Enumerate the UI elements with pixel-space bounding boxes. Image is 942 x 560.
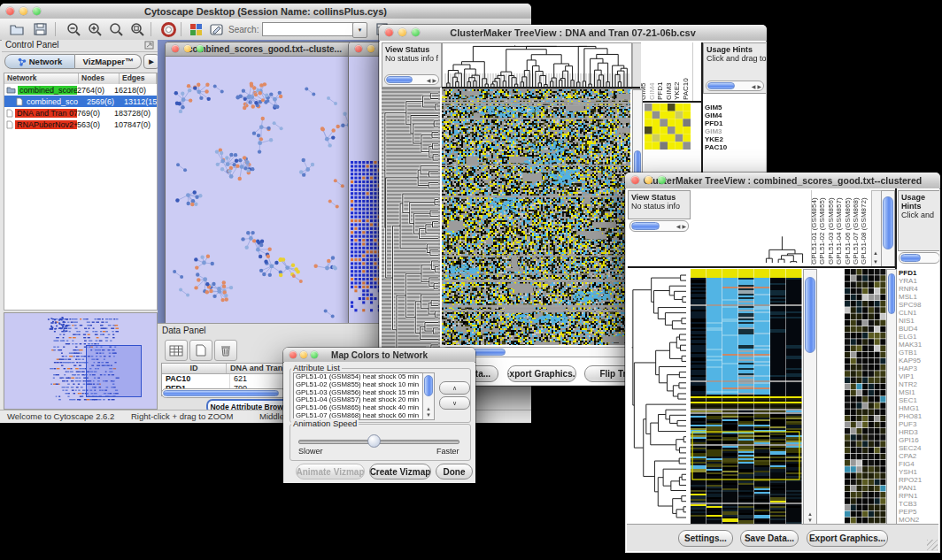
minimize-button[interactable]	[367, 45, 374, 52]
network-view-window: combined_scores_good.txt--cluste...	[165, 42, 365, 323]
close-button[interactable]	[385, 28, 393, 36]
minimize-button[interactable]	[645, 176, 652, 184]
document-icon	[16, 97, 23, 106]
heatmap-vscrollbar[interactable]: ▲▼	[803, 269, 817, 525]
save-data-button[interactable]: Save Data...	[740, 530, 799, 547]
scroll-left-icon[interactable]: ◀	[752, 83, 756, 89]
resize-grip[interactable]	[927, 540, 938, 550]
treeview1-titlebar[interactable]: ClusterMaker TreeView : DNA and Tran 07-…	[379, 25, 767, 42]
column-header-id[interactable]: ID	[162, 364, 227, 373]
zoom-button[interactable]	[658, 176, 666, 184]
attribute-list-vscrollbar[interactable]: ▲▼	[422, 372, 435, 420]
zoom-button[interactable]	[197, 45, 204, 52]
network-tree-row[interactable]: RNAPuberNov2+ 563(0) 107847(0)	[4, 119, 157, 130]
settings-button[interactable]: Settings...	[678, 530, 733, 547]
close-button[interactable]	[172, 45, 179, 52]
export-graphics-button[interactable]: Export Graphics...	[507, 365, 576, 382]
vizmap-icon[interactable]	[188, 21, 204, 37]
minimize-button[interactable]	[300, 351, 307, 358]
close-button[interactable]	[355, 45, 362, 52]
attribute-table-icon[interactable]	[165, 340, 188, 361]
network-canvas[interactable]	[166, 57, 362, 323]
float-panel-icon[interactable]	[144, 41, 154, 51]
open-file-icon[interactable]	[9, 21, 25, 37]
scroll-right-icon[interactable]: ▶	[757, 83, 761, 89]
minimize-button[interactable]	[184, 45, 191, 52]
move-down-button[interactable]: ∨	[439, 396, 470, 410]
network-tree-row[interactable]: combined_sco 2569(6) 13112(15)	[4, 96, 157, 107]
zoom-button[interactable]	[412, 28, 420, 36]
control-panel-header: Control Panel	[2, 40, 158, 52]
save-icon[interactable]	[32, 21, 48, 37]
zoom-selected-icon[interactable]	[129, 21, 145, 37]
treeview2-titlebar[interactable]: ClusterMaker TreeView : combined_scores_…	[625, 173, 940, 189]
usage-hints-hscrollbar[interactable]: ◀▶	[706, 81, 764, 91]
create-vizmap-button[interactable]: Create Vizmap	[369, 464, 431, 479]
desktop-titlebar[interactable]: Cytoscape Desktop (Session Name: collins…	[0, 4, 531, 19]
scroll-right-icon[interactable]: ▶	[432, 77, 436, 83]
network-tree: combined_scores 2764(0) 16218(0) combine…	[4, 84, 158, 311]
help-icon[interactable]	[160, 21, 176, 37]
heatmap[interactable]	[691, 269, 802, 524]
scroll-left-icon[interactable]: ◀	[676, 223, 681, 229]
network-tree-row[interactable]: DNA and Tran 07 769(0) 183728(0)	[4, 107, 157, 119]
export-graphics-button[interactable]: Export Graphics...	[807, 530, 888, 547]
network-tree-row[interactable]: combined_scores 2764(0) 16218(0)	[4, 84, 157, 96]
column-labels-vscrollbar[interactable]	[881, 190, 895, 267]
view-status-hscrollbar[interactable]: ◀▶	[629, 220, 689, 232]
close-button[interactable]	[631, 176, 639, 184]
scroll-left-icon[interactable]: ◀	[427, 77, 431, 83]
search-input[interactable]	[262, 22, 356, 36]
zoom-in-icon[interactable]	[87, 21, 103, 37]
document-icon	[6, 120, 13, 129]
zoom-fit-icon[interactable]	[108, 21, 124, 37]
data-panel-hscrollbar[interactable]	[161, 388, 287, 398]
heatmap[interactable]	[442, 89, 630, 345]
dialog-titlebar[interactable]: Map Colors to Network	[283, 348, 475, 363]
scroll-down-icon[interactable]: ▼	[873, 259, 878, 265]
zoom-heatmap[interactable]	[845, 269, 886, 524]
scroll-up-icon[interactable]: ▲	[873, 250, 878, 256]
zoom-out-icon[interactable]	[66, 21, 81, 37]
window-controls	[0, 7, 41, 15]
desktop-title: Cytoscape Desktop (Session Name: collins…	[0, 6, 531, 17]
zoom-button[interactable]	[33, 7, 41, 15]
usage-hints-hscrollbar[interactable]	[899, 252, 939, 264]
mini-heatmap[interactable]	[645, 104, 691, 150]
close-button[interactable]	[6, 7, 14, 15]
document-icon	[6, 109, 13, 118]
scroll-up-icon[interactable]: ▲	[426, 406, 431, 411]
row-dendrogram[interactable]	[628, 269, 689, 524]
new-attribute-icon[interactable]	[189, 340, 212, 361]
tab-network[interactable]: Network	[4, 54, 75, 69]
column-dendrogram[interactable]	[442, 42, 632, 89]
map-colors-dialog: Map Colors to Network Attribute List GPL…	[283, 348, 475, 483]
view-status-hscrollbar[interactable]: ◀▶	[384, 74, 439, 85]
zoom-vscrollbar[interactable]	[886, 269, 897, 525]
treeview1-title: ClusterMaker TreeView : DNA and Tran 07-…	[379, 27, 767, 38]
delete-attribute-icon[interactable]	[214, 340, 237, 361]
minimize-button[interactable]	[19, 7, 27, 15]
tab-vizmapper[interactable]: VizMapper™	[75, 54, 142, 69]
screen: Cytoscape Desktop (Session Name: collins…	[0, 0, 942, 560]
scroll-up-icon[interactable]: ▲	[807, 511, 813, 517]
close-button[interactable]	[290, 351, 297, 358]
search-dropdown-button[interactable]: ▼	[352, 22, 367, 38]
toolbar-separator	[181, 22, 181, 36]
done-button[interactable]: Done	[436, 464, 473, 479]
slider-thumb[interactable]	[367, 434, 381, 448]
column-dendrogram[interactable]	[691, 190, 809, 265]
minimize-button[interactable]	[398, 28, 406, 36]
network-view-titlebar[interactable]: combined_scores_good.txt--cluste...	[166, 42, 364, 57]
animate-vizmap-button[interactable]: Animate Vizmap	[296, 464, 365, 479]
birds-eye-view[interactable]	[4, 312, 158, 410]
scroll-down-icon[interactable]: ▼	[807, 518, 813, 523]
move-up-button[interactable]: ∧	[439, 381, 470, 395]
slider-min-label: Slower	[298, 447, 323, 456]
zoom-button[interactable]	[311, 351, 318, 358]
annotation-icon[interactable]	[209, 21, 225, 37]
scroll-down-icon[interactable]: ▼	[426, 412, 431, 418]
row-dendrogram[interactable]	[382, 88, 440, 384]
view-status-panel: View Status No status info	[628, 190, 691, 219]
scroll-right-icon[interactable]: ▶	[682, 223, 686, 229]
